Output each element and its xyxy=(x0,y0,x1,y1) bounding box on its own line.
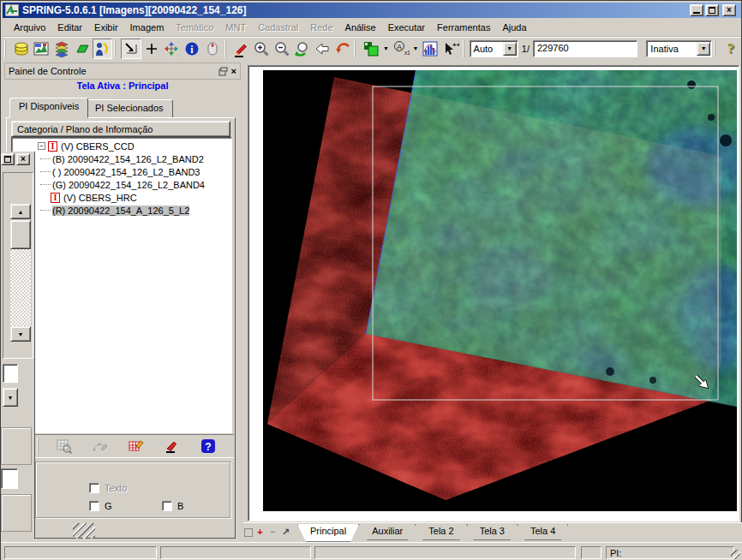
tree-item-band2[interactable]: (B) 20090422_154_126_L2_BAND2 xyxy=(12,152,231,165)
undo-icon xyxy=(334,40,351,57)
status-pi-label: PI: 20090422_154_A_126_5_L2 xyxy=(610,548,732,560)
remove-pi-button[interactable] xyxy=(162,436,183,456)
window-resize-grip[interactable] xyxy=(731,550,740,559)
add-screen-button[interactable]: + xyxy=(254,527,266,538)
b-checkbox[interactable] xyxy=(162,501,172,511)
previous-view-button[interactable] xyxy=(312,39,332,59)
satellite-image-canvas[interactable] xyxy=(248,66,737,519)
floating-dropdown-icon[interactable]: ▼ xyxy=(3,388,18,407)
tree-item-band4[interactable]: (G) 20090422_154_126_L2_BAND4 xyxy=(12,178,231,191)
toolbar-handle[interactable] xyxy=(463,40,468,57)
floating-field-2[interactable] xyxy=(1,468,18,489)
tree-branch-line xyxy=(40,184,51,185)
zoom-in-button[interactable] xyxy=(251,39,272,59)
tree-item-hrc-selected[interactable]: (R) 20090422_154_A_126_5_L2 xyxy=(12,204,231,217)
menu-exibir[interactable]: Exibir xyxy=(88,20,124,35)
scrollbar-track[interactable] xyxy=(10,249,31,326)
database-icon xyxy=(13,40,30,57)
screen-tab-auxiliar[interactable]: Auxiliar xyxy=(359,524,416,540)
title-bar[interactable]: SPRING-5.0.6.1 [Imagens][20090422_154_12… xyxy=(3,3,741,18)
screen-tab-tela2[interactable]: Tela 2 xyxy=(416,524,466,540)
panel-toolbar: ? xyxy=(8,434,234,458)
toolbar-handle[interactable] xyxy=(714,40,719,57)
recompose-button[interactable] xyxy=(332,39,353,59)
tree-item-cbers-ccd[interactable]: − I (V) CBERS_CCD xyxy=(12,140,231,152)
edit-table-button[interactable] xyxy=(126,436,147,456)
scale-mode-dropdown-icon[interactable]: ▼ xyxy=(503,42,517,56)
cursor-point-button[interactable] xyxy=(141,39,162,59)
toolbar-handle[interactable] xyxy=(37,438,42,455)
view-mode-combobox[interactable]: Inativa ▼ xyxy=(646,40,712,57)
menu-analise[interactable]: Análise xyxy=(339,20,382,35)
toolbar-handle[interactable] xyxy=(354,40,359,57)
screen-tab-tela3[interactable]: Tela 3 xyxy=(467,524,518,540)
menu-ajuda[interactable]: Ajuda xyxy=(496,20,532,35)
maximize-button[interactable] xyxy=(705,4,719,16)
menu-executar[interactable]: Executar xyxy=(382,20,431,35)
floating-close-button[interactable]: × xyxy=(16,153,30,165)
floating-window-titlebar[interactable]: × xyxy=(1,153,35,167)
map-viewport[interactable] xyxy=(248,65,739,521)
tab-pi-selecionados[interactable]: PI Selecionados xyxy=(86,99,173,119)
scrollbar-up-icon[interactable]: ▲ xyxy=(10,204,31,219)
menu-editar[interactable]: Editar xyxy=(51,20,88,35)
annotation-scale-dropdown[interactable]: ▼ xyxy=(410,39,420,58)
layers-button[interactable] xyxy=(51,39,72,59)
toolbar-handle[interactable] xyxy=(4,40,9,57)
screen-tab-tela4[interactable]: Tela 4 xyxy=(518,524,568,540)
models-button[interactable] xyxy=(32,39,52,59)
help-button[interactable]: ? xyxy=(721,39,741,59)
status-section-1 xyxy=(4,546,157,559)
info-button[interactable]: i xyxy=(182,39,202,59)
close-button[interactable]: × xyxy=(722,4,736,16)
floating-field-1[interactable] xyxy=(3,364,18,383)
view-mode-dropdown-icon[interactable]: ▼ xyxy=(697,42,710,56)
close-panel-icon[interactable]: × xyxy=(231,67,236,76)
zoom-out-button[interactable] xyxy=(272,39,292,59)
histogram-button[interactable] xyxy=(420,39,440,59)
cursor-select-button[interactable] xyxy=(121,39,141,59)
selected-tree-item-label: (R) 20090422_154_A_126_5_L2 xyxy=(52,206,189,216)
contrast-button[interactable] xyxy=(93,39,113,59)
control-panel-titlebar[interactable]: Painel de Controle × xyxy=(4,63,241,80)
screen-tab-principal[interactable]: Principal xyxy=(297,524,359,542)
expander-icon[interactable]: − xyxy=(38,142,45,150)
raster-visibility-dropdown[interactable]: ▼ xyxy=(381,39,391,58)
panel-resize-grip[interactable] xyxy=(73,523,95,539)
pan-button[interactable] xyxy=(162,39,183,59)
annotation-scale-button[interactable]: Ax1 xyxy=(391,39,411,59)
g-checkbox[interactable] xyxy=(89,501,99,511)
remove-screen-button[interactable]: − xyxy=(267,527,278,538)
edit-button[interactable] xyxy=(230,39,251,59)
maximize-screen-button[interactable]: ↗ xyxy=(280,527,291,538)
status-section-4 xyxy=(581,546,601,559)
registration-icon xyxy=(33,40,50,57)
zoom-selection-button[interactable] xyxy=(291,39,312,59)
scrollbar-thumb[interactable] xyxy=(10,220,31,249)
status-bar: PI: 20090422_154_A_126_5_L2 xyxy=(1,542,742,560)
status-section-3 xyxy=(314,546,576,559)
toolbar-handle[interactable] xyxy=(114,40,119,57)
minimize-button[interactable] xyxy=(690,4,703,16)
vector-button[interactable] xyxy=(72,39,93,59)
tab-pi-disponiveis[interactable]: PI Disponíveis xyxy=(9,98,88,118)
scale-input[interactable]: 229760 xyxy=(533,40,637,57)
tab-list-icon[interactable] xyxy=(244,528,253,537)
tree-item-cbers-hrc[interactable]: I (V) CBERS_HRC xyxy=(12,191,231,204)
float-panel-icon[interactable] xyxy=(218,67,228,76)
scale-mode-combobox[interactable]: Auto ▼ xyxy=(470,40,518,57)
toolbar-handle[interactable] xyxy=(224,40,230,57)
pi-tree-list[interactable]: − I (V) CBERS_CCD (B) 20090422_154_126_L… xyxy=(11,137,232,433)
tree-header[interactable]: Categoria / Plano de Informação xyxy=(11,121,230,137)
menu-ferramentas[interactable]: Ferramentas xyxy=(431,20,496,35)
menu-imagem[interactable]: Imagem xyxy=(124,20,171,35)
scrollbar-down-icon[interactable]: ▼ xyxy=(10,326,31,342)
database-button[interactable] xyxy=(11,39,32,59)
raster-visibility-button[interactable] xyxy=(361,39,381,59)
menu-arquivo[interactable]: Arquivo xyxy=(8,20,51,35)
panel-help-button[interactable]: ? xyxy=(198,436,218,456)
floating-maximize-button[interactable] xyxy=(1,153,15,165)
measure-button[interactable] xyxy=(202,39,223,59)
tree-item-band3[interactable]: ( ) 20090422_154_126_L2_BAND3 xyxy=(12,165,231,178)
acquire-points-button[interactable]: ++ xyxy=(440,39,461,59)
